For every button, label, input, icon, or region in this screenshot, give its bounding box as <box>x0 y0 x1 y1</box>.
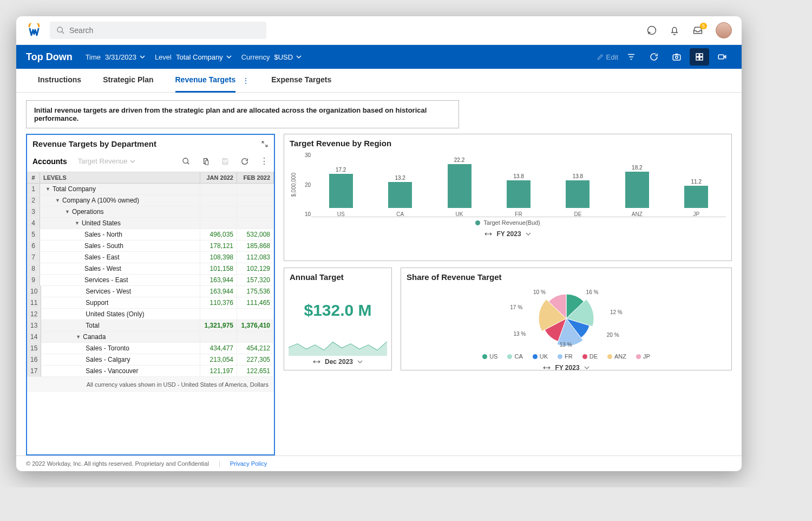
svg-rect-12 <box>224 162 226 164</box>
refresh-icon[interactable] <box>644 48 664 66</box>
table-row[interactable]: 10Services - West163,944175,536 <box>27 286 274 297</box>
svg-point-10 <box>183 158 188 163</box>
table-save-icon[interactable] <box>221 157 230 166</box>
svg-line-11 <box>187 162 189 164</box>
table-row[interactable]: 4▼United States <box>27 218 274 229</box>
annual-sparkline <box>284 334 391 356</box>
table-row[interactable]: 17Sales - Vancouver121,197122,651 <box>27 366 274 377</box>
pie-legend: USCAUKFRDEANZJP <box>401 351 731 362</box>
currency-label: Currency <box>241 53 270 61</box>
table-more-icon[interactable]: ⋮ <box>260 156 269 166</box>
annual-target-value: $132.0 M <box>284 286 391 334</box>
table-search-icon[interactable] <box>182 157 191 166</box>
share-card-title: Share of Revenue Target <box>407 272 502 282</box>
table-row[interactable]: 13Total1,321,9751,376,410 <box>27 320 274 331</box>
bar-UK[interactable]: 22.2UK <box>430 157 489 217</box>
bar-FR[interactable]: 13.8FR <box>489 173 548 217</box>
table-row[interactable]: 1▼Total Company <box>27 184 274 195</box>
workday-logo[interactable] <box>26 22 42 38</box>
table-refresh-icon[interactable] <box>240 157 249 166</box>
share-of-revenue-card[interactable]: Share of Revenue Target 10 % 16 % 12 % 2… <box>401 268 732 370</box>
tab-revenue-targets[interactable]: Revenue Targets <box>175 69 236 93</box>
svg-rect-7 <box>696 57 699 60</box>
chat-icon[interactable] <box>646 25 657 36</box>
expand-icon[interactable] <box>261 140 269 148</box>
video-icon[interactable] <box>712 48 732 66</box>
search-icon <box>56 26 65 35</box>
footer-copyright: © 2022 Workday, Inc. All rights reserved… <box>26 460 209 467</box>
region-period-selector[interactable]: FY 2023 <box>290 228 726 242</box>
page-title: Top Down <box>26 51 73 63</box>
table-row[interactable]: 6Sales - South178,121185,868 <box>27 240 274 252</box>
info-banner: Initial revenue targets are driven from … <box>26 100 459 128</box>
table-row[interactable]: 9Services - East163,944157,320 <box>27 275 274 286</box>
col-levels: LEVELS <box>40 172 200 184</box>
region-legend: Target Revenue(Bud) <box>290 217 726 228</box>
y-axis-ticks: 302010 <box>305 152 311 217</box>
level-label: Level <box>155 53 172 61</box>
annual-period-selector[interactable]: Dec 2023 <box>284 356 391 370</box>
dept-card-title: Revenue Targets by Department <box>32 139 156 148</box>
svg-point-0 <box>57 27 62 32</box>
camera-icon[interactable] <box>667 48 686 66</box>
avatar[interactable] <box>716 22 732 38</box>
table-row[interactable]: 14▼Canada <box>27 331 274 343</box>
tab-instructions[interactable]: Instructions <box>38 69 81 93</box>
bar-JP[interactable]: 11.2JP <box>667 179 726 217</box>
table-row[interactable]: 8Sales - West101,158102,129 <box>27 263 274 275</box>
table-row[interactable]: 11Support110,376111,465 <box>27 297 274 309</box>
svg-rect-8 <box>700 57 703 60</box>
grid-view-icon[interactable] <box>690 48 709 66</box>
svg-rect-6 <box>700 54 703 56</box>
currency-selector[interactable]: $USD <box>274 53 302 61</box>
accounts-label: Accounts <box>32 157 67 166</box>
svg-rect-3 <box>673 55 680 60</box>
annual-card-title: Annual Target <box>290 272 344 282</box>
notifications-icon[interactable] <box>669 25 680 36</box>
table-row[interactable]: 5Sales - North496,035532,008 <box>27 229 274 240</box>
target-revenue-by-region-card[interactable]: Target Revenue by Region $,000,000 30201… <box>284 134 732 261</box>
tab-expense-targets[interactable]: Expense Targets <box>271 69 331 93</box>
table-row[interactable]: 7Sales - East108,398112,083 <box>27 252 274 263</box>
bar-ANZ[interactable]: 18.2ANZ <box>607 165 666 217</box>
inbox-icon[interactable]: 5 <box>692 25 704 36</box>
svg-rect-13 <box>224 158 226 160</box>
table-row[interactable]: 2▼Company A (100% owned) <box>27 195 274 206</box>
region-card-title: Target Revenue by Region <box>290 139 391 148</box>
annual-target-card[interactable]: Annual Target $132.0 M Dec 2023 <box>284 268 392 370</box>
table-row[interactable]: 12United States (Only) <box>27 309 274 320</box>
table-copy-icon[interactable] <box>201 157 210 166</box>
privacy-link[interactable]: Privacy Policy <box>230 460 267 467</box>
level-selector[interactable]: Total Company <box>176 53 232 61</box>
time-selector[interactable]: 3/31/2023 <box>105 53 145 61</box>
revenue-targets-by-department-card[interactable]: Revenue Targets by Department Accounts T… <box>26 134 275 455</box>
col-jan[interactable]: JAN 2022 <box>200 172 237 184</box>
bar-US[interactable]: 17.2US <box>311 167 370 217</box>
col-num: # <box>27 172 40 184</box>
svg-rect-5 <box>696 54 699 56</box>
table-footnote: All currency values shown in USD - Unite… <box>27 377 274 392</box>
table-row[interactable]: 3▼Operations <box>27 206 274 218</box>
search-box[interactable] <box>50 22 266 39</box>
target-revenue-selector[interactable]: Target Revenue <box>78 157 135 165</box>
svg-line-1 <box>62 31 64 34</box>
y-axis-label: $,000,000 <box>291 152 297 217</box>
inbox-badge: 5 <box>700 23 707 29</box>
share-period-selector[interactable]: FY 2023 <box>401 362 731 376</box>
table-row[interactable]: 16Sales - Calgary213,054227,305 <box>27 354 274 366</box>
col-feb[interactable]: FEB 2022 <box>237 172 274 184</box>
bar-CA[interactable]: 13.2CA <box>370 175 429 217</box>
edit-button[interactable]: Edit <box>597 53 618 61</box>
filter-icon[interactable] <box>621 48 641 66</box>
bar-DE[interactable]: 13.8DE <box>548 173 607 217</box>
search-input[interactable] <box>69 26 260 35</box>
svg-rect-9 <box>718 55 724 59</box>
pie-chart <box>534 286 599 351</box>
svg-point-4 <box>676 56 678 59</box>
time-label: Time <box>86 53 101 61</box>
table-row[interactable]: 15Sales - Toronto434,477454,212 <box>27 343 274 354</box>
tab-more-icon[interactable]: ⋮ <box>242 76 250 85</box>
tab-strategic-plan[interactable]: Strategic Plan <box>103 69 153 93</box>
